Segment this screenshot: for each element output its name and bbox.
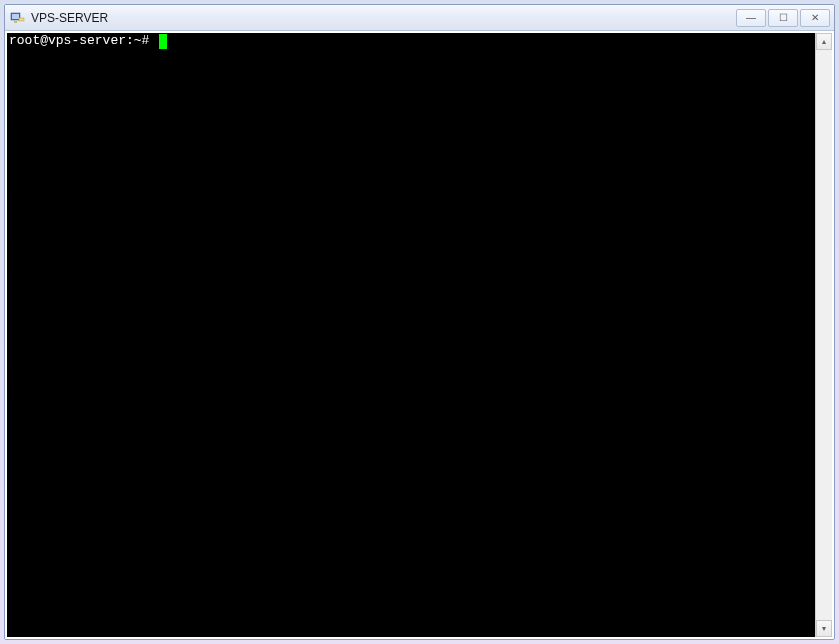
vertical-scrollbar[interactable]: ▴ ▾ (815, 33, 832, 637)
close-button[interactable]: ✕ (800, 9, 830, 27)
minimize-icon: — (746, 12, 756, 23)
scroll-down-button[interactable]: ▾ (816, 620, 832, 637)
scroll-up-button[interactable]: ▴ (816, 33, 832, 50)
svg-rect-1 (12, 14, 19, 19)
maximize-icon: ☐ (779, 12, 788, 23)
terminal-line: root@vps-server:~# (7, 33, 815, 49)
content-area: root@vps-server:~# ▴ ▾ (5, 31, 834, 639)
shell-prompt: root@vps-server:~# (9, 33, 157, 49)
svg-rect-3 (19, 18, 24, 21)
window-title: VPS-SERVER (31, 11, 734, 25)
cursor-icon (159, 34, 167, 49)
titlebar[interactable]: VPS-SERVER — ☐ ✕ (5, 5, 834, 31)
close-icon: ✕ (811, 12, 819, 23)
svg-rect-2 (14, 21, 17, 23)
minimize-button[interactable]: — (736, 9, 766, 27)
window-controls: — ☐ ✕ (734, 9, 830, 27)
app-window: VPS-SERVER — ☐ ✕ root@vps-server:~# ▴ (4, 4, 835, 640)
maximize-button[interactable]: ☐ (768, 9, 798, 27)
scroll-track[interactable] (816, 50, 832, 620)
putty-icon (9, 10, 25, 26)
terminal[interactable]: root@vps-server:~# (7, 33, 815, 637)
chevron-down-icon: ▾ (822, 624, 826, 633)
chevron-up-icon: ▴ (822, 37, 826, 46)
